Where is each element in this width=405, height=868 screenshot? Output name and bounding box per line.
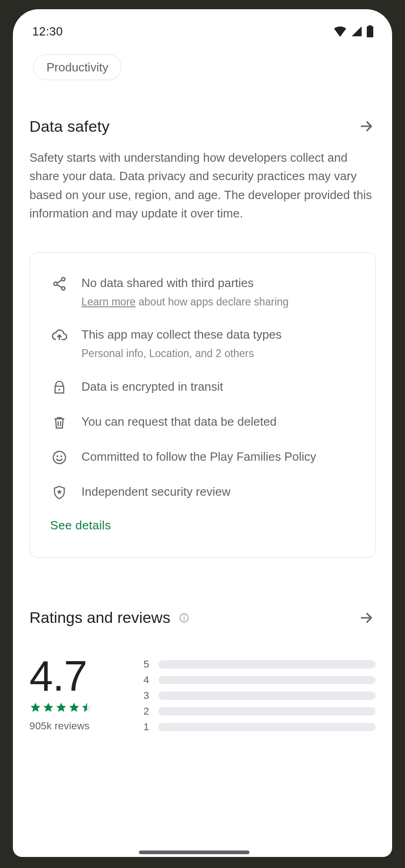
svg-point-2 (62, 287, 65, 290)
cloud-upload-icon (50, 326, 69, 345)
data-safety-item-sharing: No data shared with third parties Learn … (50, 275, 355, 310)
rating-bar-track (158, 707, 376, 716)
rating-score: 4.7 (29, 655, 122, 697)
share-icon (50, 275, 69, 293)
data-safety-item-families: Committed to follow the Play Families Po… (50, 448, 355, 467)
data-safety-item-subtitle: Learn more about how apps declare sharin… (81, 294, 289, 310)
data-safety-item-encrypted: Data is encrypted in transit (50, 378, 355, 397)
star-icon (29, 702, 41, 714)
data-safety-item-collect: This app may collect these data types Pe… (50, 326, 355, 361)
svg-point-6 (60, 455, 62, 457)
rating-bar-track (158, 676, 376, 684)
see-details-link[interactable]: See details (50, 518, 355, 533)
family-icon (50, 448, 69, 467)
rating-bar-label: 2 (142, 705, 149, 717)
wifi-icon (333, 26, 347, 37)
svg-point-3 (58, 388, 60, 390)
data-safety-item-delete: You can request that data be deleted (50, 413, 355, 432)
data-safety-card: No data shared with third parties Learn … (29, 252, 376, 557)
rating-bar-label: 5 (142, 658, 149, 670)
status-bar: 12:30 (29, 22, 376, 41)
svg-rect-9 (184, 617, 185, 620)
rating-bar-label: 3 (142, 690, 149, 702)
data-safety-item-subtitle: Personal info, Location, and 2 others (81, 346, 282, 362)
svg-point-5 (57, 455, 58, 457)
rating-bar-label: 1 (142, 721, 149, 733)
svg-point-8 (184, 615, 185, 616)
ratings-header[interactable]: Ratings and reviews (29, 609, 376, 627)
rating-bar-track (158, 692, 376, 700)
shield-icon (50, 483, 69, 502)
screen: 12:30 Productivity Data safety (13, 9, 392, 857)
arrow-right-icon[interactable] (357, 609, 376, 627)
rating-bar-row: 1 (142, 719, 376, 735)
device-frame: 12:30 Productivity Data safety (13, 0, 392, 868)
rating-bar-label: 4 (142, 674, 149, 686)
star-icon (55, 702, 67, 714)
data-safety-item-title: This app may collect these data types (81, 326, 282, 344)
rating-score-column: 4.7 905k reviews (29, 655, 122, 732)
data-safety-item-title: No data shared with third parties (81, 275, 289, 292)
data-safety-header[interactable]: Data safety (29, 117, 376, 135)
status-icons (333, 25, 376, 37)
svg-point-4 (53, 451, 66, 463)
learn-more-link[interactable]: Learn more (81, 296, 136, 308)
rating-bar-track (158, 660, 376, 669)
scroll-indicator[interactable] (139, 850, 249, 854)
status-time: 12:30 (29, 24, 63, 39)
ratings-body: 4.7 905k reviews (29, 655, 376, 735)
svg-point-0 (62, 278, 65, 281)
data-safety-item-title: Independent security review (81, 483, 231, 501)
data-safety-item-title: Committed to follow the Play Families Po… (81, 448, 316, 466)
ratings-title: Ratings and reviews (29, 609, 170, 627)
rating-bar-row: 4 (142, 672, 376, 688)
arrow-right-icon[interactable] (357, 117, 376, 135)
info-icon[interactable] (179, 612, 190, 623)
rating-bar-row: 2 (142, 704, 376, 719)
star-icon (68, 702, 80, 714)
data-safety-item-title: Data is encrypted in transit (81, 378, 223, 396)
data-safety-title: Data safety (29, 117, 110, 135)
data-safety-item-title: You can request that data be deleted (81, 413, 277, 431)
chip-row: Productivity (33, 54, 376, 80)
battery-icon (366, 25, 374, 37)
rating-bar-row: 3 (142, 688, 376, 704)
svg-point-1 (54, 282, 57, 286)
star-icon (42, 702, 54, 714)
lock-icon (50, 378, 69, 397)
cellular-icon (351, 26, 363, 37)
data-safety-item-security-review: Independent security review (50, 483, 355, 502)
rating-bars: 5 4 3 2 1 (142, 655, 376, 735)
star-half-icon (81, 702, 93, 714)
rating-stars (29, 702, 122, 714)
rating-bar-row: 5 (142, 657, 376, 672)
reviews-count: 905k reviews (29, 720, 122, 732)
category-chip-productivity[interactable]: Productivity (33, 54, 122, 80)
delete-icon (50, 413, 69, 432)
rating-bar-track (158, 723, 376, 731)
data-safety-description: Safety starts with understanding how dev… (29, 148, 376, 223)
